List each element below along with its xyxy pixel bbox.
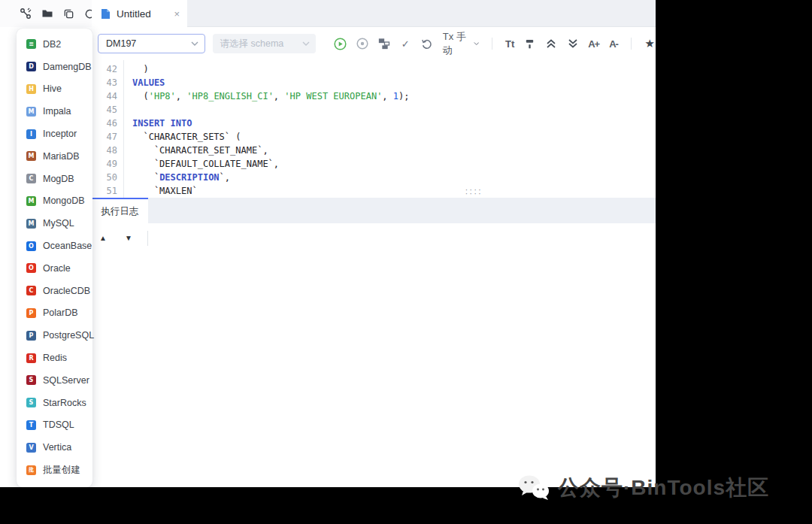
db-item-label: MariaDB [43, 151, 80, 162]
vertica-db-icon: V [26, 443, 36, 453]
db-item-TDSQL[interactable]: TTDSQL [17, 414, 92, 437]
db-item-label: StarRocks [43, 398, 86, 408]
db-item-label: PostgreSQL [43, 330, 94, 341]
damengdb-db-icon: D [26, 62, 36, 71]
db-item-MariaDB[interactable]: MMariaDB [17, 145, 92, 168]
connections-icon[interactable] [20, 8, 32, 20]
db-item-DB2[interactable]: ≡DB2 [17, 33, 92, 56]
line-number: 47 [92, 130, 117, 144]
bottom-panel-tabs: 执行日志 [92, 198, 656, 223]
mysql-db-icon: M [26, 219, 36, 229]
db-item-SQLServer[interactable]: SSQLServer [17, 369, 92, 392]
bottom-panel-content: ▲ ▼ [92, 223, 656, 487]
transaction-mode-dropdown[interactable]: Tx 手动 [443, 30, 479, 57]
db2-db-icon: ≡ [26, 39, 36, 49]
tab-execution-log[interactable]: 执行日志 [92, 198, 148, 223]
db-item-PostgreSQL[interactable]: PPostgreSQL [17, 324, 92, 347]
mogdb-db-icon: C [26, 174, 36, 183]
db-item-label: MySQL [43, 218, 74, 229]
line-number: 43 [92, 76, 117, 89]
db-item-MongoDB[interactable]: MMongoDB [17, 190, 92, 213]
line-text: VALUES [132, 76, 165, 89]
impala-db-icon: M [26, 107, 36, 117]
code-line-46[interactable]: 46INSERT INTO [92, 117, 656, 130]
db-item-批量创建[interactable]: 批批量创建 [17, 459, 92, 481]
line-number: 46 [92, 117, 117, 130]
run-button[interactable] [334, 37, 347, 50]
undo-icon[interactable] [421, 37, 433, 50]
db-item-MogDB[interactable]: CMogDB [17, 168, 92, 190]
line-number: 51 [92, 184, 117, 198]
polardb-db-icon: P [26, 308, 36, 318]
hive-db-icon: H [26, 84, 36, 94]
font-increase-button[interactable]: A+ [588, 37, 599, 50]
code-line-42[interactable]: 42 ) [92, 62, 656, 76]
scroll-up-icon[interactable]: ▲ [99, 234, 107, 242]
db-item-DamengDB[interactable]: DDamengDB [17, 56, 92, 78]
watermark: 公众号·BinTools社区 [517, 474, 769, 502]
folder-icon[interactable] [41, 8, 53, 20]
tx-label: Tx 手动 [443, 30, 471, 57]
db-item-label: Redis [43, 353, 67, 363]
db-item-PolarDB[interactable]: PPolarDB [17, 302, 92, 325]
splitter-handle[interactable]: ···· ···· [465, 189, 482, 196]
code-line-47[interactable]: 47 `CHARACTER_SETS` ( [92, 130, 656, 144]
oraclecdb-db-icon: C [26, 286, 36, 295]
mongodb-db-icon: M [26, 196, 36, 206]
db-item-label: SQLServer [43, 375, 89, 386]
db-item-Impala[interactable]: MImpala [17, 100, 92, 123]
beautify-icon[interactable] [524, 37, 535, 50]
db-item-label: DamengDB [43, 62, 92, 72]
db-item-OracleCDB[interactable]: COracleCDB [17, 280, 92, 302]
connection-select[interactable]: DM197 [98, 34, 205, 53]
collapse-all-icon[interactable] [546, 37, 557, 50]
toolbar-divider [492, 38, 492, 50]
db-item-MySQL[interactable]: MMySQL [17, 212, 92, 235]
toolbar-icons: ✓ Tx 手动 Tt [334, 30, 656, 57]
db-item-label: Hive [43, 83, 62, 94]
tab-close-icon[interactable]: × [174, 9, 180, 19]
db-item-Inceptor[interactable]: IInceptor [17, 123, 92, 145]
db-item-label: Inceptor [43, 129, 77, 139]
panel-divider [147, 231, 148, 246]
font-decrease-button[interactable]: A- [609, 37, 618, 50]
copy-icon[interactable] [63, 8, 74, 20]
oceanbase-db-icon: O [26, 241, 36, 251]
db-item-OceanBase[interactable]: OOceanBase [17, 235, 92, 257]
line-number: 42 [92, 62, 117, 76]
db-item-Hive[interactable]: HHive [17, 78, 92, 101]
tab-strip: Untitled × [92, 0, 656, 27]
code-line-49[interactable]: 49 `DEFAULT_COLLATE_NAME`, [92, 157, 656, 171]
db-item-StarRocks[interactable]: SStarRocks [17, 392, 92, 414]
db-item-Redis[interactable]: RRedis [17, 347, 92, 369]
chevron-down-icon [191, 41, 198, 46]
code-line-48[interactable]: 48 `CHARACTER_SET_NAME`, [92, 144, 656, 157]
code-line-43[interactable]: 43VALUES [92, 76, 656, 89]
code-line-50[interactable]: 50 `DESCRIPTION`, [92, 171, 656, 184]
tab-untitled[interactable]: Untitled × [92, 0, 187, 27]
db-item-Oracle[interactable]: OOracle [17, 257, 92, 280]
sql-editor[interactable]: 42 )43VALUES44 ('HP8', 'HP8_ENGLISH_CI',… [92, 60, 656, 198]
expand-all-icon[interactable] [567, 37, 578, 50]
db-item-label: MongoDB [43, 195, 85, 206]
chevron-down-icon [474, 41, 480, 46]
run-selection-button[interactable] [356, 37, 368, 50]
watermark-text: 公众号·BinTools社区 [558, 474, 769, 502]
format-sql-button[interactable]: Tt [505, 37, 514, 50]
db-item-Vertica[interactable]: VVertica [17, 436, 92, 459]
wechat-icon [517, 474, 550, 502]
code-line-45[interactable]: 45 [92, 103, 656, 117]
sqlserver-db-icon: S [26, 375, 36, 385]
execution-plan-button[interactable] [378, 37, 390, 50]
line-number: 49 [92, 157, 117, 171]
favorite-star-icon[interactable]: ★ [644, 37, 656, 50]
line-text: `MAXLEN` [132, 184, 198, 198]
scroll-down-icon[interactable]: ▼ [125, 234, 132, 242]
code-line-44[interactable]: 44 ('HP8', 'HP8_ENGLISH_CI', 'HP WEST EU… [92, 89, 656, 103]
schema-select[interactable]: 请选择 schema [213, 34, 316, 53]
line-number: 45 [92, 103, 117, 117]
syntax-check-icon[interactable]: ✓ [400, 37, 411, 50]
code-line-51[interactable]: 51 `MAXLEN` [92, 184, 656, 198]
execution-log-label: 执行日志 [102, 205, 139, 218]
tdsql-db-icon: T [26, 420, 36, 430]
